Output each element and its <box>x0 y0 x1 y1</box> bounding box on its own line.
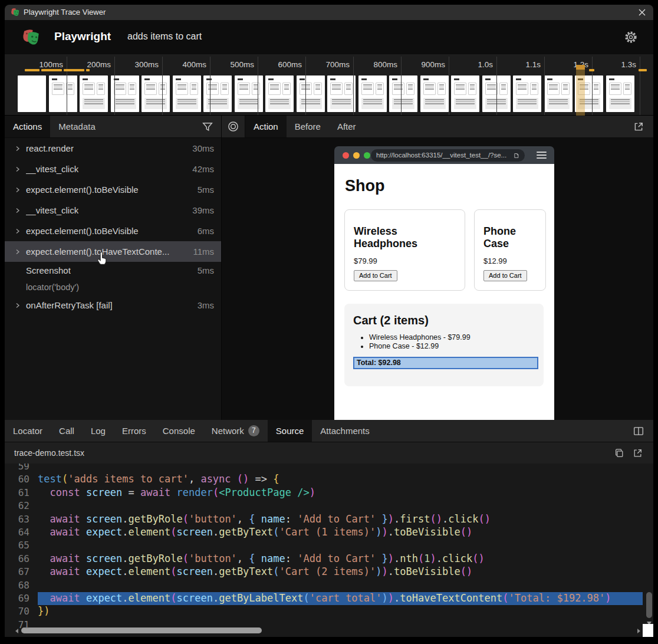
code-token: getByText <box>219 526 273 538</box>
source-file-name: trace-demo.test.tsx <box>14 448 84 458</box>
film-strip-thumbnail[interactable] <box>265 75 294 112</box>
timeline-selection-band[interactable] <box>576 65 585 116</box>
action-row[interactable]: react.render30ms <box>5 138 221 159</box>
chevron-right-icon[interactable] <box>15 249 21 255</box>
action-row[interactable]: __vitest_click42ms <box>5 159 221 179</box>
film-strip-thumbnail[interactable] <box>327 75 356 112</box>
timeline-tick-label: 900ms <box>404 60 445 69</box>
thumb-title <box>423 78 429 80</box>
code-line: 63 await screen.getByRole('button', { na… <box>5 513 653 526</box>
action-label: __vitest_click <box>26 205 78 215</box>
filter-icon[interactable] <box>202 121 213 132</box>
code-token <box>80 566 86 577</box>
tab-metadata[interactable]: Metadata <box>50 116 104 137</box>
copy-icon[interactable] <box>614 448 624 458</box>
film-strip-thumbnail[interactable] <box>173 75 201 112</box>
traffic-lights <box>343 152 370 159</box>
tab-errors[interactable]: Errors <box>114 420 154 442</box>
tab-console[interactable]: Console <box>154 420 203 442</box>
tab-label: Errors <box>122 426 146 436</box>
tab-actions[interactable]: Actions <box>5 116 50 137</box>
film-strip-thumbnail[interactable] <box>49 75 77 112</box>
film-strip-thumbnail[interactable] <box>544 75 573 112</box>
code-token: . <box>122 513 128 525</box>
add-to-cart-button[interactable]: Add to Cart <box>354 270 397 281</box>
tab-label: After <box>337 121 356 132</box>
tab-action[interactable]: Action <box>245 116 287 137</box>
chevron-right-icon[interactable] <box>15 166 21 172</box>
action-duration-bar <box>589 69 594 71</box>
tab-after[interactable]: After <box>329 116 364 137</box>
code-token: await <box>50 553 80 564</box>
code-token: { <box>273 473 279 485</box>
timeline-tick-label: 1.3s <box>595 60 636 69</box>
thumb-title <box>609 78 614 80</box>
code-token <box>80 487 86 498</box>
film-strip-thumbnail[interactable] <box>142 75 170 112</box>
film-strip-thumbnail[interactable] <box>513 75 541 112</box>
timeline-gridline <box>162 57 163 115</box>
film-strip-thumbnail[interactable] <box>80 75 108 112</box>
thumb-card <box>406 83 414 95</box>
tab-before[interactable]: Before <box>287 116 329 137</box>
film-strip-thumbnail[interactable] <box>389 75 417 112</box>
address-bar[interactable]: http://localhost:63315/__vitest_test__/?… <box>371 149 525 162</box>
timeline-tick-label: 600ms <box>261 60 302 69</box>
thumb-title <box>330 78 335 80</box>
film-strip-thumbnail[interactable] <box>358 75 387 112</box>
thumb-card <box>330 83 343 95</box>
pick-locator-button[interactable] <box>222 116 245 137</box>
action-duration: 3ms <box>198 300 214 310</box>
film-strip-thumbnail[interactable] <box>297 75 325 112</box>
tab-network[interactable]: Network7 <box>203 420 268 442</box>
code-token <box>38 526 50 538</box>
thumb-cart <box>547 98 570 109</box>
code-token: first <box>400 513 430 525</box>
thumb-title <box>361 78 367 80</box>
add-to-cart-button[interactable]: Add to Cart <box>483 270 527 281</box>
split-view-icon[interactable] <box>633 426 644 436</box>
film-strip-thumbnail[interactable] <box>18 75 46 112</box>
code-token: click <box>448 513 478 525</box>
tab-locator[interactable]: Locator <box>5 420 51 442</box>
action-row[interactable]: expect.element().toBeVisible5ms <box>5 179 221 200</box>
film-strip-thumbnail[interactable] <box>451 75 479 112</box>
code-token: () <box>430 513 442 525</box>
tab-attachments[interactable]: Attachments <box>312 420 377 442</box>
chevron-right-icon[interactable] <box>15 303 21 308</box>
gear-icon[interactable] <box>624 30 638 44</box>
chevron-right-icon[interactable] <box>15 228 21 234</box>
code-token: name <box>261 553 285 564</box>
timeline[interactable]: 100ms200ms300ms400ms500ms600ms700ms800ms… <box>5 54 653 116</box>
action-row[interactable]: Screenshot5ms <box>5 262 221 279</box>
menu-icon[interactable] <box>537 152 547 159</box>
code-token: . <box>122 526 128 538</box>
film-strip-thumbnail[interactable] <box>420 75 449 112</box>
tab-call[interactable]: Call <box>51 420 83 442</box>
page-title: Shop <box>345 177 385 195</box>
code-text: await expect.element(screen.getByText('C… <box>38 566 653 579</box>
tab-source[interactable]: Source <box>268 420 312 442</box>
open-external-icon[interactable] <box>633 121 644 132</box>
tab-log[interactable]: Log <box>83 420 114 442</box>
action-row[interactable]: onAfterRetryTask [fail]3ms <box>5 295 221 316</box>
chevron-right-icon[interactable] <box>15 208 21 213</box>
action-row[interactable]: expect.element().toBeVisible6ms <box>5 221 221 241</box>
code-text: test('adds items to cart', async () => { <box>38 473 653 486</box>
film-strip-thumbnail[interactable] <box>606 75 634 112</box>
close-icon[interactable] <box>638 8 646 17</box>
open-source-external-icon[interactable] <box>633 448 643 458</box>
chevron-right-icon[interactable] <box>15 146 21 152</box>
film-strip-thumbnail[interactable] <box>203 75 232 112</box>
thumb-card <box>144 83 157 95</box>
action-row[interactable]: __vitest_click39ms <box>5 200 221 221</box>
code-token: ) <box>388 513 394 525</box>
film-strip-thumbnail[interactable] <box>235 75 263 112</box>
copy-url-icon[interactable] <box>512 152 519 159</box>
thumb-card <box>282 83 291 95</box>
timeline-tick-label: 100ms <box>22 60 63 69</box>
chevron-right-icon[interactable] <box>15 187 21 193</box>
code-text <box>38 619 653 632</box>
action-row[interactable]: expect.element().toHaveTextConte...11ms <box>5 241 221 262</box>
code-token: screen <box>177 592 213 604</box>
